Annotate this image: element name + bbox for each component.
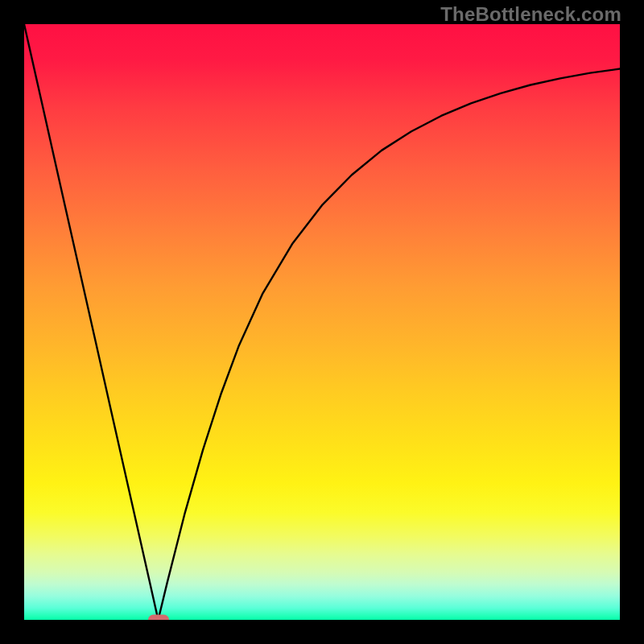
trough-marker bbox=[148, 615, 169, 621]
curve-svg bbox=[24, 24, 620, 620]
curve-line bbox=[24, 24, 620, 620]
watermark-text: TheBottleneck.com bbox=[440, 3, 621, 26]
plot-area bbox=[24, 24, 620, 620]
chart-frame: TheBottleneck.com bbox=[0, 0, 644, 644]
